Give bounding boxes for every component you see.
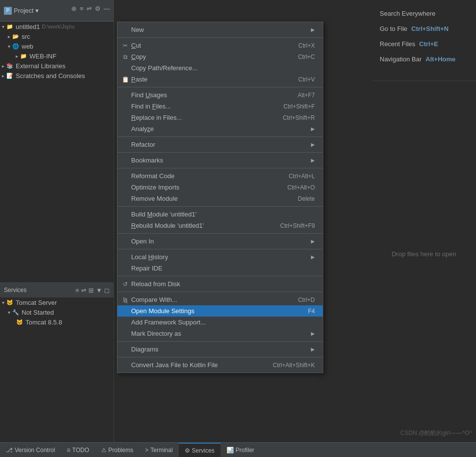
not-started-label: Not Started [22, 309, 54, 316]
root-path: D:\work\Jsp\u [42, 24, 75, 29]
tree-webinf-item[interactable]: ▸ 📁 WEB-INF [0, 51, 113, 61]
project-dropdown[interactable]: P Project ▾ [4, 7, 39, 15]
problems-label: Problems [109, 447, 134, 454]
search-everywhere-label: Search Everywhere [380, 10, 435, 17]
dropdown-arrow: ▾ [35, 7, 39, 14]
remove-module-shortcut: Delete [298, 195, 315, 202]
tomcat-server-item[interactable]: ▾ 🐱 Tomcat Server [0, 297, 113, 307]
menu-diagrams[interactable]: Diagrams ▶ [117, 344, 323, 355]
menu-rebuild-module[interactable]: Rebuild Module 'untitled1' Ctrl+Shift+F9 [117, 220, 323, 231]
menu-find-usages[interactable]: Find Usages Alt+F7 [117, 89, 323, 101]
profiler-tab[interactable]: 📊 Profiler [221, 443, 260, 457]
menu-add-framework[interactable]: Add Framework Support... [117, 317, 323, 328]
menu-build-module[interactable]: Build Module 'untitled1' [117, 209, 323, 220]
copy-icon: ⧉ [121, 53, 129, 61]
menu-refactor[interactable]: Refactor ▶ [117, 139, 323, 150]
menu-copy-path[interactable]: Copy Path/Reference... [117, 62, 323, 74]
terminal-tab[interactable]: > Terminal [139, 443, 178, 457]
menu-reformat[interactable]: Reformat Code Ctrl+Alt+L [117, 170, 323, 182]
sep-6 [117, 206, 323, 207]
profiler-label: Profiler [236, 447, 254, 454]
menu-copy[interactable]: ⧉ Copy Ctrl+C [117, 51, 323, 62]
profiler-icon: 📊 [226, 447, 234, 454]
todo-icon: ≡ [67, 447, 70, 454]
goto-file-shortcut: Ctrl+Shift+N [411, 25, 448, 32]
menu-open-in[interactable]: Open In ▶ [117, 236, 323, 247]
tree-scratch-item[interactable]: ▸ 📝 Scratches and Consoles [0, 71, 113, 81]
menu-convert-kotlin-label: Convert Java File to Kotlin File [131, 361, 218, 369]
replace-files-shortcut: Ctrl+Shift+R [283, 114, 315, 121]
tomcat-server-icon: 🐱 [6, 298, 14, 306]
services-sort-icon[interactable]: ≡ [76, 287, 80, 294]
services-panel: Services ≡ ⇌ ⊞ ▼ ◻ ▾ 🐱 Tomcat Server ▾ 🔧… [0, 282, 114, 427]
optimize-shortcut: Ctrl+Alt+O [287, 184, 315, 191]
tree-extlib-item[interactable]: ▸ 📚 External Libraries [0, 61, 113, 71]
tree-src-item[interactable]: ▸ 📂 src [0, 31, 113, 41]
cut-shortcut: Ctrl+X [298, 42, 315, 49]
tomcat-instance-item[interactable]: 🐱 Tomcat 8.5.8 [0, 317, 113, 327]
menu-find-files[interactable]: Find in Files... Ctrl+Shift+F [117, 101, 323, 112]
sep-9 [117, 276, 323, 276]
menu-replace-files[interactable]: Replace in Files... Ctrl+Shift+R [117, 112, 323, 123]
menu-cut[interactable]: ✂ Cut Ctrl+X [117, 40, 323, 51]
tree-web-item[interactable]: ▾ 🌐 web [0, 41, 113, 51]
goto-file-label: Go to File [380, 25, 407, 32]
services-tab-icon: ⚙ [185, 447, 190, 454]
menu-reformat-label: Reformat Code [131, 172, 174, 180]
menu-local-history[interactable]: Local History ▶ [117, 251, 323, 263]
menu-open-module-settings[interactable]: Open Module Settings F4 [117, 305, 323, 317]
menu-add-framework-label: Add Framework Support... [131, 319, 206, 326]
navigation-bar-shortcut: Alt+Home [425, 55, 455, 63]
scratch-label: Scratches and Consoles [16, 72, 85, 80]
menu-reload-disk[interactable]: ↺ Reload from Disk [117, 278, 323, 290]
menu-remove-module[interactable]: Remove Module Delete [117, 193, 323, 204]
services-add-icon[interactable]: ⊞ [88, 287, 94, 294]
services-title: Services [4, 287, 27, 294]
todo-label: TODO [72, 447, 89, 454]
reformat-shortcut: Ctrl+Alt+L [289, 173, 315, 180]
menu-mark-directory[interactable]: Mark Directory as ▶ [117, 328, 323, 339]
menu-new[interactable]: New ▶ [117, 24, 323, 35]
menu-new-arrow: ▶ [311, 27, 315, 32]
services-filter-icon[interactable]: ▼ [96, 287, 102, 294]
module-icon: 📁 [6, 23, 14, 30]
extlib-arrow: ▸ [2, 63, 4, 69]
expand-icon[interactable]: ⊕ [71, 5, 77, 12]
todo-tab[interactable]: ≡ TODO [61, 443, 95, 457]
services-hide-icon[interactable]: ◻ [104, 287, 110, 294]
menu-paste[interactable]: 📋 Paste Ctrl+V [117, 74, 323, 85]
not-started-arrow: ▾ [8, 310, 10, 315]
services-tab[interactable]: ⚙ Services [179, 443, 221, 457]
menu-repair-ide[interactable]: Repair IDE [117, 263, 323, 274]
version-control-tab[interactable]: ⎇ Version Control [0, 443, 61, 457]
menu-find-files-label: Find in Files... [131, 103, 171, 110]
extlib-icon: 📚 [6, 62, 14, 70]
menu-convert-kotlin[interactable]: Convert Java File to Kotlin File Ctrl+Al… [117, 359, 323, 371]
tree-root-item[interactable]: ▾ 📁 untitled1 D:\work\Jsp\u [0, 22, 113, 31]
menu-bookmarks[interactable]: Bookmarks ▶ [117, 155, 323, 166]
collapse-icon[interactable]: ≡ [80, 5, 84, 12]
web-icon: 🌐 [12, 42, 20, 50]
web-label: web [22, 43, 33, 50]
menu-open-in-label: Open In [131, 238, 154, 245]
sep-3 [117, 136, 323, 137]
watermark-text: CSDN @酷酷的girl——^O^ [400, 430, 472, 436]
tomcat-instance-label: Tomcat 8.5.8 [26, 319, 62, 326]
menu-analyze[interactable]: Analyze ▶ [117, 123, 323, 134]
paste-icon: 📋 [121, 76, 129, 83]
menu-paste-label: Paste [131, 76, 147, 83]
not-started-item[interactable]: ▾ 🔧 Not Started [0, 307, 113, 317]
sync-icon[interactable]: ⇌ [86, 5, 92, 12]
menu-compare-with[interactable]: ⧎ Compare With... Ctrl+D [117, 294, 323, 305]
watermark: CSDN @酷酷的girl——^O^ [400, 429, 472, 437]
settings-icon[interactable]: ⚙ [95, 5, 101, 12]
tomcat-instance-icon: 🐱 [16, 318, 24, 326]
minimize-icon[interactable]: — [104, 5, 110, 12]
search-area: Search Everywhere Go to File Ctrl+Shift+… [372, 0, 476, 81]
menu-optimize[interactable]: Optimize Imports Ctrl+Alt+O [117, 182, 323, 193]
menu-replace-files-label: Replace in Files... [131, 114, 182, 121]
menu-bookmarks-arrow: ▶ [311, 158, 315, 163]
problems-tab[interactable]: ⚠ Problems [95, 443, 140, 457]
sep-7 [117, 233, 323, 234]
services-expand-icon[interactable]: ⇌ [81, 287, 86, 294]
